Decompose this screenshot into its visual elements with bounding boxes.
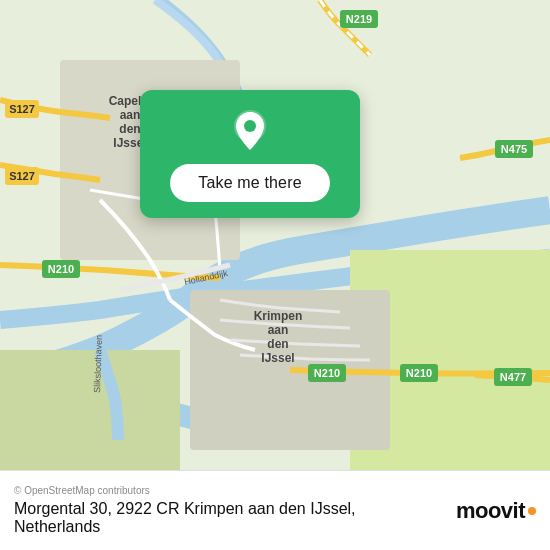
footer-left: © OpenStreetMap contributors Morgental 3… [14, 485, 356, 536]
moovit-dot [528, 507, 536, 515]
map-attribution: © OpenStreetMap contributors [14, 485, 356, 496]
footer-bar: © OpenStreetMap contributors Morgental 3… [0, 470, 550, 550]
svg-text:N477: N477 [500, 371, 526, 383]
svg-text:IJssel: IJssel [261, 351, 294, 365]
take-me-there-button[interactable]: Take me there [170, 164, 329, 202]
map-svg: N219 S127 S127 N475 N210 N210 N210 N477 … [0, 0, 550, 470]
svg-text:N210: N210 [314, 367, 340, 379]
svg-text:N219: N219 [346, 13, 372, 25]
svg-text:S127: S127 [9, 170, 35, 182]
svg-text:den: den [119, 122, 140, 136]
svg-text:S127: S127 [9, 103, 35, 115]
svg-text:N210: N210 [48, 263, 74, 275]
address-line2: Netherlands [14, 518, 356, 536]
svg-text:N210: N210 [406, 367, 432, 379]
location-card: Take me there [140, 90, 360, 218]
svg-text:den: den [267, 337, 288, 351]
svg-text:Sliksloothaven: Sliksloothaven [92, 335, 104, 393]
svg-text:aan: aan [268, 323, 289, 337]
svg-text:aan: aan [120, 108, 141, 122]
moovit-logo: moovit [456, 498, 536, 524]
svg-point-32 [244, 120, 256, 132]
svg-text:N475: N475 [501, 143, 527, 155]
location-pin-icon [228, 108, 272, 152]
svg-text:Krimpen: Krimpen [254, 309, 303, 323]
svg-rect-2 [0, 350, 180, 470]
map-container: N219 S127 S127 N475 N210 N210 N210 N477 … [0, 0, 550, 470]
moovit-logo-text: moovit [456, 498, 525, 524]
address-line1: Morgental 30, 2922 CR Krimpen aan den IJ… [14, 500, 356, 518]
